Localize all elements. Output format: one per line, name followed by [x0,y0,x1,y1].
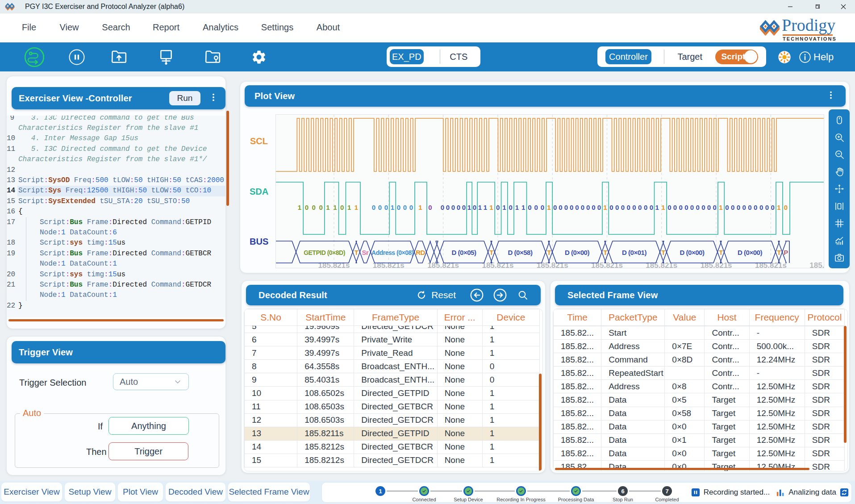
table-row[interactable]: 185.82...Data0×58Target12.50MHzSDR [554,407,845,420]
editor-hscrollbar[interactable] [8,319,224,321]
table-row[interactable]: 985.4031sBroadcast_ENTH...None0 [245,373,540,387]
plot-menu-icon[interactable] [826,90,836,102]
selframe-vscrollbar[interactable] [844,326,847,443]
role-target-button[interactable]: Target [664,52,716,62]
script-toggle[interactable]: Script [715,50,758,64]
table-row[interactable]: 10108.6502sDirected_GETPIDNone1 [245,387,540,400]
info-icon[interactable] [799,51,811,63]
if-anything-button[interactable]: Anything [108,417,189,435]
column-header[interactable]: Value [665,309,705,326]
svg-text:0: 0 [528,204,531,211]
reset-label[interactable]: Reset [431,290,456,300]
column-header[interactable]: Device [482,309,539,326]
column-header[interactable]: Error ... [437,309,482,326]
bottom-tab-plot-view[interactable]: Plot View [117,482,163,502]
svg-text:0: 0 [372,204,375,211]
move-icon[interactable] [834,183,845,194]
close-button[interactable] [833,0,854,13]
table-row[interactable]: 185.82...Data0×5Target12.50MHzSDR [554,393,845,407]
zoom-out-icon[interactable] [834,149,845,160]
menu-item-file[interactable]: File [22,22,36,33]
table-row[interactable]: 639.4997sPrivate_WriteNone1 [245,333,540,346]
sun-icon[interactable] [778,50,791,63]
arrow-right-circle-icon[interactable] [493,288,507,302]
table-row[interactable]: 12108.6503sDirected_GETDCRNone1 [245,413,540,427]
column-header[interactable]: S.No [245,309,297,326]
column-header[interactable]: Frequency [749,309,805,326]
column-header[interactable]: Time [554,309,601,326]
table-row[interactable]: 185.82...Command0×8DContr...12.24MHzSDR [554,353,845,367]
table-row[interactable]: 185.82...Data0×0Target12.50MHzSDR [554,420,845,433]
route-icon[interactable] [24,47,45,67]
menu-item-search[interactable]: Search [102,22,130,33]
bottom-tab-decoded-view[interactable]: Decoded View [165,482,226,502]
exerciser-menu-icon[interactable] [209,92,218,104]
folder-pin-icon[interactable] [205,49,221,65]
search-icon[interactable] [517,290,528,300]
table-row[interactable]: 185.82...Data0×0Target12.50MHzSDR [554,447,845,460]
gear-icon[interactable] [251,49,267,65]
table-row[interactable]: 864.3558sBroadcast_ENTH...None0 [245,360,540,373]
table-row[interactable]: 11108.6503sDirected_GETBCRNone1 [245,400,540,413]
column-header[interactable]: Host [705,309,749,326]
hand-icon[interactable] [834,167,845,177]
decoded-vscrollbar[interactable] [539,374,542,471]
table-row[interactable]: 185.82...RepeatedStartContr...-SDR [554,367,845,380]
table-row[interactable]: 185.82...Address0×7EContr...500.00k...SD… [554,340,845,353]
editor-vscrollbar[interactable] [226,111,229,206]
sync-badge-icon[interactable] [840,488,849,497]
camera-icon[interactable] [834,252,845,263]
folder-upload-icon[interactable] [111,49,127,65]
role-controller-button[interactable]: Controller [605,49,651,64]
columns-icon[interactable] [834,201,845,212]
run-button[interactable]: Run [169,91,200,105]
svg-text:0: 0 [409,204,413,211]
column-header[interactable]: Protocol [805,309,844,326]
table-row[interactable]: 185.82...Address0×8Contr...12.50MHzSDR [554,380,845,393]
bottom-tab-setup-view[interactable]: Setup View [64,482,116,502]
trigger-selection-dropdown[interactable]: Auto [113,373,189,390]
column-header[interactable]: FrameType [354,309,437,326]
mouse-icon[interactable] [834,115,845,125]
svg-text:0: 0 [644,204,647,211]
table-row[interactable]: 14185.8212sDirected_GETBCRNone1 [245,440,540,454]
trigger-view-panel: Trigger ViewTrigger SelectionAutoAutoIfA… [6,336,226,475]
menu-item-view[interactable]: View [60,22,79,33]
then-trigger-button[interactable]: Trigger [108,442,188,460]
signal-label-sda: SDA [250,187,268,197]
help-label[interactable]: Help [813,51,834,63]
column-header[interactable]: StartTime [297,309,354,326]
maximize-button[interactable] [807,0,827,13]
zoom-in-icon[interactable] [834,132,845,143]
svg-text:0: 0 [765,204,769,211]
menu-item-analytics[interactable]: Analytics [203,22,238,33]
column-header[interactable]: PacketType [601,309,665,326]
table-row[interactable]: 739.4997sPrivate_ReadNone1 [245,346,540,360]
code-line: Node:1 DataCount:1 [7,259,225,269]
table-row[interactable]: 15185.8212sDirected_GETDCRNone1 [245,454,540,467]
table-row[interactable]: 185.82...Data0×1Target12.50MHzSDR [554,433,845,447]
mode-ex-pd-button[interactable]: EX_PD [390,49,424,64]
waveform-plot[interactable]: 185.821s185.821s185.821s185.821s185.821s… [275,114,824,268]
refresh-icon[interactable] [416,290,427,300]
menu-item-about[interactable]: About [317,22,340,33]
table-row[interactable]: 13185.8211sDirected_GETPIDNone1 [245,427,540,440]
table-row[interactable]: 185.82...StartContr...-SDR [554,326,845,340]
svg-text:Address (0×08): Address (0×08) [371,249,413,256]
menu-item-settings[interactable]: Settings [261,22,293,33]
step-label: Completed [655,497,679,502]
menu-item-report[interactable]: Report [153,22,179,33]
pause-circle-icon[interactable] [69,49,85,65]
bottom-tab-exerciser-view[interactable]: Exerciser View [1,482,63,502]
monitor-network-icon[interactable] [158,49,174,65]
bottom-tab-selected-frame-view[interactable]: Selected Frame View [228,482,310,502]
grid-icon[interactable] [834,218,845,229]
table-row[interactable]: 519.9609sDirected_GETDCRNone1 [245,326,540,333]
selframe-hscrollbar[interactable] [555,468,809,470]
minimize-button[interactable] [780,0,801,13]
trend-chart-icon[interactable] [834,235,845,246]
script-toggle-knob[interactable] [744,50,757,63]
arrow-left-circle-icon[interactable] [470,288,484,302]
mode-cts-button[interactable]: CTS [440,52,477,62]
code-editor[interactable]: 9 3. I3C Directed command to get the Bus… [7,116,225,317]
